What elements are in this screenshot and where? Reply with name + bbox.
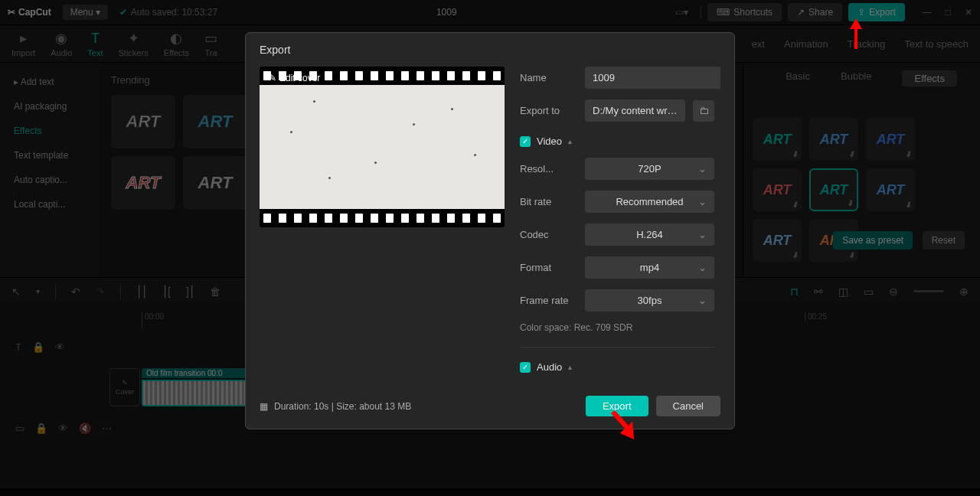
section-video[interactable]: ✓ Video ▴ [520,135,714,147]
format-label: Format [520,262,577,273]
divider [520,347,714,348]
bitrate-select[interactable]: Recommended [585,191,714,213]
exportto-path: D:/My content writin... [585,100,685,122]
codec-select[interactable]: H.264 [585,224,714,246]
caret-up-icon: ▴ [568,363,572,371]
checkbox-checked-icon[interactable]: ✓ [520,362,531,373]
framerate-label: Frame rate [520,295,577,306]
row-framerate: Frame rate 30fps [520,289,714,312]
caret-up-icon: ▴ [568,137,572,145]
checkbox-checked-icon[interactable]: ✓ [520,136,531,147]
section-audio[interactable]: ✓ Audio ▴ [520,361,714,373]
exportto-label: Export to [520,105,577,116]
film-icon: ▦ [260,401,268,412]
edit-cover-label: Edit cover [279,73,320,83]
modal-overlay: Export ✎ Edit cover [0,0,980,496]
video-section-label: Video [537,135,562,147]
preview-box: ✎ Edit cover [260,67,505,227]
resolution-select[interactable]: 720P [585,158,714,180]
export-modal: Export ✎ Edit cover [245,32,735,429]
duration-text: Duration: 10s | Size: about 13 MB [274,401,411,412]
row-codec: Codec H.264 [520,224,714,246]
resolution-label: Resol... [520,163,577,175]
modal-cancel-button[interactable]: Cancel [656,396,720,416]
name-label: Name [520,72,577,83]
name-input[interactable] [585,67,720,89]
format-select[interactable]: mp4 [585,256,714,279]
pencil-icon: ✎ [269,73,276,83]
svg-marker-0 [850,18,862,49]
modal-footer: ▦ Duration: 10s | Size: about 13 MB Expo… [246,383,734,429]
svg-marker-1 [611,410,634,439]
edit-cover-button[interactable]: ✎ Edit cover [269,73,320,83]
annotation-arrow-top [848,18,864,52]
film-frame [260,85,505,209]
row-bitrate: Bit rate Recommended [520,191,714,213]
modal-title: Export [246,33,734,67]
row-name: Name [520,67,714,89]
framerate-select[interactable]: 30fps [585,289,714,312]
bitrate-label: Bit rate [520,196,577,207]
modal-preview-col: ✎ Edit cover [260,67,505,383]
modal-settings: Name Export to D:/My content writin... 🗀… [520,67,720,383]
codec-label: Codec [520,229,577,240]
folder-icon: 🗀 [699,105,709,116]
film-strip-bottom [260,209,505,227]
duration-info: ▦ Duration: 10s | Size: about 13 MB [260,401,411,412]
row-resolution: Resol... 720P [520,158,714,180]
browse-folder-button[interactable]: 🗀 [693,100,714,122]
audio-section-label: Audio [537,361,562,373]
row-format: Format mp4 [520,256,714,279]
row-exportto: Export to D:/My content writin... 🗀 [520,100,714,122]
colorspace-info: Color space: Rec. 709 SDR [520,322,714,333]
modal-body: ✎ Edit cover Name [246,67,734,383]
annotation-arrow-bottom [611,406,642,447]
